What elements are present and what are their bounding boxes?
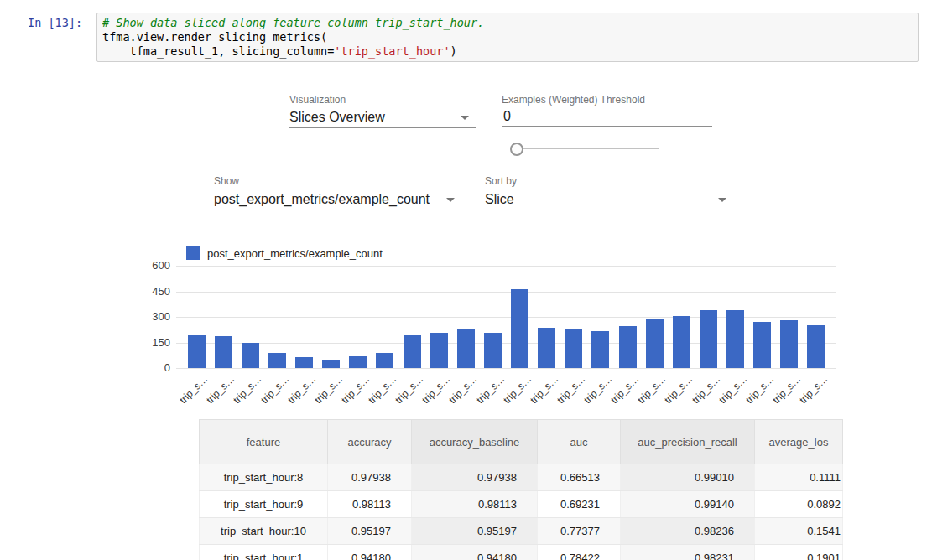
bar[interactable]	[565, 329, 582, 368]
bar[interactable]	[619, 326, 637, 368]
metric-cell: 0.1111	[755, 464, 843, 491]
sort-by-dropdown[interactable]: Slice	[485, 191, 733, 210]
column-header[interactable]: feature	[200, 420, 328, 464]
bar[interactable]	[700, 310, 717, 368]
bar[interactable]	[349, 356, 367, 368]
bar[interactable]	[511, 289, 528, 368]
column-header[interactable]: average_los	[755, 420, 843, 464]
x-tick-label: trip_s…	[635, 373, 668, 406]
sort-by-label: Sort by	[485, 175, 517, 187]
x-tick-label: trip_s…	[716, 373, 749, 406]
show-metric-value: post_export_metrics/example_count	[214, 191, 461, 208]
bar[interactable]	[242, 343, 259, 368]
code-line-3: tfma_result_1, slicing_column='trip_star…	[102, 44, 913, 59]
metric-cell: 0.97938	[328, 464, 412, 491]
x-tick-label: trip_s…	[770, 373, 803, 406]
column-header[interactable]: auc	[538, 420, 621, 464]
bar[interactable]	[807, 325, 825, 368]
feature-cell: trip_start_hour:10	[200, 518, 328, 545]
code-line-3-prefix: tfma_result_1, slicing_column=	[102, 44, 334, 58]
table-row[interactable]: trip_start_hour:80.979380.979380.665130.…	[200, 464, 843, 491]
x-tick-label: trip_s…	[285, 373, 318, 406]
sort-by-value: Slice	[485, 191, 733, 208]
bar[interactable]	[295, 357, 313, 368]
metric-cell: 0.66513	[538, 464, 621, 491]
bar[interactable]	[753, 322, 771, 368]
metric-cell: 0.69231	[538, 491, 621, 518]
y-tick-label: 600	[130, 259, 170, 272]
bar[interactable]	[591, 331, 609, 368]
feature-cell: trip_start_hour:9	[200, 491, 328, 518]
x-tick-label: trip_s…	[366, 373, 398, 406]
cell-prompt: In [13]:	[28, 16, 82, 29]
x-tick-label: trip_s…	[232, 373, 264, 406]
chevron-down-icon	[446, 198, 455, 202]
bar[interactable]	[538, 328, 555, 368]
bar[interactable]	[780, 320, 798, 368]
x-tick-label: trip_s…	[339, 373, 372, 406]
threshold-input[interactable]	[502, 108, 712, 127]
x-tick-label: trip_s…	[447, 373, 480, 406]
metrics-table: featureaccuracyaccuracy_baselineaucauc_p…	[199, 419, 843, 560]
x-tick-label: trip_s…	[797, 373, 830, 406]
metric-cell: 0.95197	[328, 518, 412, 545]
bar[interactable]	[268, 353, 286, 368]
bar[interactable]	[188, 335, 206, 368]
header-row: featureaccuracyaccuracy_baselineaucauc_p…	[200, 420, 843, 464]
bar[interactable]	[457, 329, 475, 368]
chevron-down-icon	[461, 116, 469, 120]
x-axis-labels: trip_s…trip_s…trip_s…trip_s…trip_s…trip_…	[176, 371, 836, 396]
code-cell[interactable]: # Show data sliced along feature column …	[96, 13, 919, 62]
code-comment: # Show data sliced along feature column …	[102, 16, 484, 29]
threshold-slider-handle[interactable]	[510, 143, 523, 156]
x-tick-label: trip_s…	[177, 373, 210, 406]
legend-swatch	[186, 246, 200, 260]
threshold-label: Examples (Weighted) Threshold	[502, 94, 645, 106]
table-row[interactable]: trip_start_hour:100.951970.951970.773770…	[200, 518, 843, 545]
metric-cell: 0.94180	[412, 545, 538, 560]
x-tick-label: trip_s…	[581, 373, 614, 406]
bar[interactable]	[726, 310, 744, 368]
column-header[interactable]: accuracy	[328, 420, 412, 464]
page: In [13]: # Show data sliced along featur…	[0, 0, 932, 560]
bar[interactable]	[673, 316, 690, 368]
metric-cell: 0.98236	[621, 518, 755, 545]
gridline	[176, 368, 836, 369]
table-row[interactable]: trip_start_hour:10.941800.941800.784220.…	[200, 545, 843, 560]
x-tick-label: trip_s…	[419, 373, 452, 406]
column-header[interactable]: auc_precision_recall	[621, 420, 755, 464]
bar[interactable]	[376, 353, 393, 368]
bar[interactable]	[430, 333, 448, 368]
bar[interactable]	[484, 333, 502, 368]
code-line-3-close: )	[450, 44, 457, 58]
x-tick-label: trip_s…	[204, 373, 237, 406]
metric-cell: 0.94180	[328, 545, 412, 560]
metric-cell: 0.98113	[412, 491, 538, 518]
bar[interactable]	[322, 360, 340, 368]
x-tick-label: trip_s…	[258, 373, 291, 406]
show-metric-dropdown[interactable]: post_export_metrics/example_count	[214, 191, 461, 210]
metric-cell: 0.1541	[755, 518, 843, 545]
x-tick-label: trip_s…	[608, 373, 641, 406]
bar[interactable]	[215, 336, 232, 368]
bar-series	[176, 266, 836, 368]
metric-cell: 0.78422	[538, 545, 621, 560]
code-string: 'trip_start_hour'	[334, 44, 450, 58]
table-row[interactable]: trip_start_hour:90.981130.981130.692310.…	[200, 491, 843, 518]
metric-cell: 0.99010	[621, 464, 755, 491]
bar[interactable]	[404, 335, 421, 368]
x-tick-label: trip_s…	[528, 373, 560, 406]
visualization-dropdown[interactable]: Slices Overview	[289, 109, 476, 128]
y-tick-label: 450	[130, 285, 170, 298]
metric-cell: 0.98231	[621, 545, 755, 560]
code-line-comment: # Show data sliced along feature column …	[102, 16, 913, 30]
column-header[interactable]: accuracy_baseline	[412, 420, 538, 464]
y-tick-label: 300	[130, 310, 170, 323]
x-tick-label: trip_s…	[393, 373, 425, 406]
threshold-slider-track[interactable]	[514, 148, 659, 149]
metric-cell: 0.99140	[621, 491, 755, 518]
code-line-2: tfma.view.render_slicing_metrics(	[102, 30, 913, 44]
metric-cell: 0.1901	[755, 545, 843, 560]
bar[interactable]	[646, 319, 664, 368]
x-tick-label: trip_s…	[501, 373, 534, 406]
